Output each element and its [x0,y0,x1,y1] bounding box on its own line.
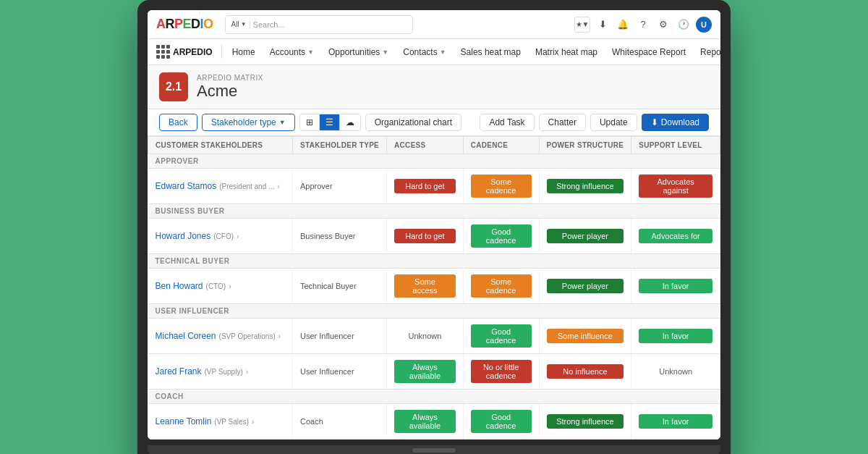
grid-view-button[interactable]: ⊞ [300,114,320,130]
chatter-button[interactable]: Chatter [539,114,586,131]
back-button[interactable]: Back [159,114,197,131]
table-row: Edward Stamos (President and ... › Appro… [148,169,720,204]
cadence-badge: Some cadence [471,274,532,298]
nav-contacts[interactable]: Contacts▼ [396,39,453,65]
search-bar[interactable]: All ▼ Search... [225,15,413,34]
table-row: Leanne Tomlin (VP Sales) › CoachAlways a… [148,404,720,440]
section-row: USER INFLUENCER [148,304,720,319]
support-badge: Advocates for [639,229,712,243]
access-badge: Hard to get [394,229,456,243]
search-prefix-label: All [231,20,239,28]
page-subtitle: ARPEDIO MATRIX [197,74,263,82]
download-icon: ⬇ [651,117,658,127]
contact-name-link[interactable]: Ben Howard (CTO) › [156,281,286,291]
section-row: BUSINESS BUYER [148,204,720,219]
favorites-icon[interactable]: ★▼ [574,17,590,33]
stakeholder-type: User Influencer [300,367,354,376]
col-header-cadence: CADENCE [463,137,539,154]
support-badge: Advocates against [639,175,712,198]
add-task-button[interactable]: Add Task [480,114,534,131]
contact-name-link[interactable]: Edward Stamos (President and ... › [156,181,286,191]
chevron-down-icon: ▼ [307,49,314,56]
access-badge: Always available [394,360,456,383]
search-input[interactable]: Search... [253,20,407,29]
nav-matrix-heat-map[interactable]: Matrix heat map [528,39,605,65]
table-row: Howard Jones (CFO) › Business BuyerHard … [148,219,720,254]
top-bar-icons: ★▼ ⬇ 🔔 ? ⚙ 🕐 U [574,17,712,33]
table-row: Michael Coreen (SVP Operations) › User I… [148,319,720,354]
access-badge: Hard to get [394,179,456,193]
power-badge: Power player [547,279,624,293]
update-button[interactable]: Update [590,114,637,131]
nav-whitespace-report[interactable]: Whitespace Report [605,39,693,65]
cadence-badge: Good cadence [471,324,532,348]
chevron-right-icon: › [278,332,281,340]
matrix-badge: 2.1 [159,72,188,101]
top-bar: ARPEDIO All ▼ Search... ★▼ ⬇ 🔔 ? ⚙ 🕐 U [148,10,720,39]
avatar[interactable]: U [696,17,712,33]
nav-logo: ARPEDIO [156,45,222,59]
support-badge: In favor [639,414,712,429]
chevron-right-icon: › [252,418,254,426]
stakeholder-type-button[interactable]: Stakeholder type ▼ [202,114,295,131]
toolbar: Back Stakeholder type ▼ ⊞ ☰ ☁ Organizati… [148,109,720,136]
nav-opportunities[interactable]: Opportunities▼ [321,39,396,65]
chevron-down-icon: ▼ [279,119,286,126]
laptop-frame: ARPEDIO All ▼ Search... ★▼ ⬇ 🔔 ? ⚙ 🕐 U [137,0,731,454]
chevron-right-icon: › [229,282,231,290]
download-button[interactable]: ⬇ Download [642,114,709,131]
stakeholder-type: Technical Buyer [300,282,357,290]
table-row: Jared Frank (VP Supply) › User Influence… [148,354,720,390]
chevron-down-icon: ▼ [382,49,388,56]
col-header-name: CUSTOMER STAKEHOLDERS [148,137,293,154]
nav-accounts[interactable]: Accounts▼ [263,39,321,65]
col-header-type: STAKEHOLDER TYPE [293,137,387,154]
download-icon[interactable]: ⬇ [595,17,610,33]
power-badge: Some influence [547,329,624,343]
screen: ARPEDIO All ▼ Search... ★▼ ⬇ 🔔 ? ⚙ 🕐 U [148,10,720,440]
section-row: TECHNICAL BUYER [148,254,720,269]
main-nav: ARPEDIO Home Accounts▼ Opportunities▼ Co… [148,39,720,65]
contact-name-link[interactable]: Michael Coreen (SVP Operations) › [156,331,286,341]
org-chart-button[interactable]: Organizational chart [365,114,461,131]
access-badge: Always available [394,410,456,433]
access-badge: Some access [394,274,456,298]
page-title: Acme [197,82,263,101]
chevron-down-icon: ▼ [440,49,446,56]
view-toggle: ⊞ ☰ ☁ [299,114,361,131]
access-badge: Unknown [394,329,456,343]
section-row: COACH [148,390,720,404]
contact-name-link[interactable]: Jared Frank (VP Supply) › [156,366,286,377]
col-header-power: POWER STRUCTURE [539,137,631,154]
contact-name-link[interactable]: Howard Jones (CFO) › [156,231,286,241]
page-header-text: ARPEDIO MATRIX Acme [197,74,263,101]
toolbar-right: Add Task Chatter Update ⬇ Download [480,114,709,131]
contact-name-link[interactable]: Leanne Tomlin (VP Sales) › [156,416,286,426]
clock-icon[interactable]: 🕐 [676,17,692,33]
help-icon[interactable]: ? [635,17,651,33]
list-view-button[interactable]: ☰ [320,114,340,130]
power-badge: No influence [547,364,624,379]
stakeholder-type: Business Buyer [300,232,355,240]
nav-home[interactable]: Home [225,39,263,65]
settings-icon[interactable]: ⚙ [655,17,671,33]
search-dropdown-icon: ▼ [241,21,247,28]
stakeholder-type: Coach [300,417,323,426]
support-badge: In favor [639,329,712,343]
stakeholders-table: CUSTOMER STAKEHOLDERS STAKEHOLDER TYPE A… [148,136,720,440]
bell-icon[interactable]: 🔔 [615,17,631,33]
chevron-right-icon: › [237,232,239,240]
laptop-notch [412,448,456,453]
chevron-right-icon: › [277,182,279,190]
table-row: Ben Howard (CTO) › Technical BuyerSome a… [148,269,720,304]
section-row: APPROVER [148,154,720,169]
grid-icon [156,45,170,59]
cadence-badge: Good cadence [471,410,532,433]
nav-brand-label: ARPEDIO [173,47,213,57]
logo: ARPEDIO [156,17,213,32]
nav-sales-heat-map[interactable]: Sales heat map [454,39,528,65]
power-badge: Strong influence [547,414,624,429]
cloud-view-button[interactable]: ☁ [340,114,360,130]
nav-reports[interactable]: Reports▼ [693,39,720,65]
cadence-badge: No or little cadence [471,360,532,383]
